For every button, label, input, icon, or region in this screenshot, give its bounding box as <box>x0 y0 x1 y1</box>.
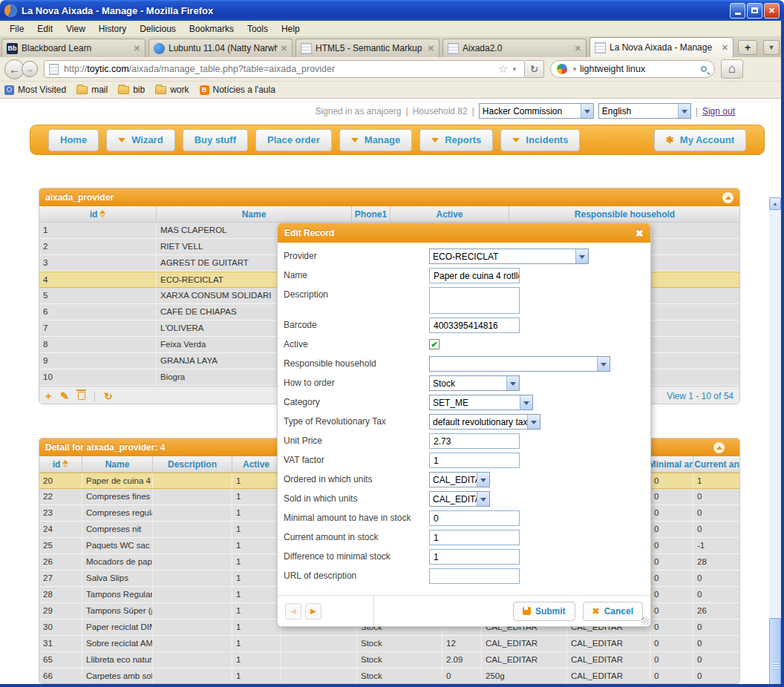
responsible-household-select[interactable] <box>429 356 610 372</box>
reload-button[interactable]: ↻ <box>525 60 544 78</box>
my-account-button[interactable]: ✱My Account <box>654 129 746 151</box>
new-tab-button[interactable]: + <box>738 40 757 55</box>
resize-handle-icon[interactable] <box>641 617 649 625</box>
sold-units-select[interactable]: CAL_EDITAR <box>429 491 490 507</box>
collapse-icon[interactable] <box>713 442 725 453</box>
menu-tools[interactable]: Tools <box>241 22 275 36</box>
search-box[interactable]: ▼ lightweight linux <box>550 60 715 78</box>
category-select[interactable]: SET_ME <box>429 395 533 410</box>
sort-icon[interactable] <box>62 457 68 471</box>
chevron-down-icon[interactable] <box>477 492 489 506</box>
how-to-order-select[interactable]: Stock <box>429 375 520 391</box>
collapse-icon[interactable] <box>722 192 734 203</box>
refresh-button[interactable]: ↻ <box>104 391 113 401</box>
previous-record-button[interactable]: ◀ <box>285 603 301 619</box>
close-icon[interactable]: ✖ <box>636 228 644 239</box>
column-header-description[interactable]: Description <box>153 456 232 472</box>
nav-button-reports[interactable]: Reports <box>419 129 493 151</box>
scrollbar-thumb[interactable] <box>769 618 781 684</box>
vat-factor-field[interactable]: 1 <box>429 453 520 468</box>
list-tabs-button[interactable]: ▼ <box>763 40 780 55</box>
chevron-down-icon[interactable] <box>506 376 519 390</box>
menu-view[interactable]: View <box>59 22 92 36</box>
menu-file[interactable]: File <box>3 22 30 36</box>
chevron-down-icon[interactable] <box>527 415 540 429</box>
column-header-active[interactable]: Active <box>232 456 281 472</box>
page-scrollbar[interactable]: ▲ ▼ <box>769 197 781 684</box>
column-header-id[interactable]: id <box>39 456 82 472</box>
table-row[interactable]: 31Sobre reciclat AME1Stock12CAL_EDITARCA… <box>39 636 739 652</box>
edit-record-button[interactable]: ✎ <box>60 391 69 401</box>
bookmark-mail[interactable]: mail <box>76 85 108 95</box>
search-input[interactable]: lightweight linux <box>580 64 701 74</box>
ordered-units-select[interactable]: CAL_EDITAR <box>429 472 490 487</box>
chevron-down-icon[interactable] <box>581 104 593 118</box>
close-tab-icon[interactable]: ✕ <box>278 44 287 53</box>
menu-history[interactable]: History <box>92 22 133 36</box>
menu-edit[interactable]: Edit <box>30 22 59 36</box>
minimize-button[interactable] <box>730 3 745 19</box>
menu-delicious[interactable]: Delicious <box>133 22 183 36</box>
provider-select[interactable]: ECO-RECICLAT <box>429 249 589 264</box>
nav-button-manage[interactable]: Manage <box>339 129 412 151</box>
sort-icon[interactable] <box>99 207 105 221</box>
description-field[interactable] <box>429 287 520 314</box>
close-tab-icon[interactable]: ✕ <box>572 44 581 53</box>
next-record-button[interactable]: ▶ <box>305 603 321 619</box>
close-tab-icon[interactable]: ✕ <box>425 44 434 53</box>
forward-button[interactable]: → <box>22 61 38 77</box>
bookmark-star-icon[interactable]: ☆ <box>497 62 509 76</box>
table-row[interactable]: 65Llibreta eco natur1Stock2.09CAL_EDITAR… <box>39 652 739 668</box>
nav-button-buy-stuff[interactable]: Buy stuff <box>183 129 248 151</box>
column-header-responsible-household[interactable]: Responsible household <box>509 206 740 222</box>
scroll-up-icon[interactable]: ▲ <box>769 197 781 210</box>
cancel-button[interactable]: ✖ Cancel <box>583 602 643 621</box>
chevron-down-icon[interactable] <box>575 249 588 263</box>
revolutionary-tax-select[interactable]: default revolutionary tax <box>429 414 540 430</box>
nav-button-wizard[interactable]: Wizard <box>106 129 175 151</box>
sign-out-link[interactable]: Sign out <box>702 106 735 116</box>
submit-button[interactable]: Submit <box>513 602 575 621</box>
column-header-name[interactable]: Name <box>157 206 352 222</box>
menu-bookmarks[interactable]: Bookmarks <box>183 22 241 36</box>
active-checkbox[interactable]: ✔ <box>429 339 440 349</box>
maximize-button[interactable] <box>747 3 762 19</box>
chevron-down-icon[interactable] <box>477 473 489 487</box>
home-button[interactable]: ⌂ <box>721 59 743 79</box>
tab-la-nova-aixada-manage[interactable]: La Nova Aixada - Manage✕ <box>589 37 734 57</box>
table-row[interactable]: 66Carpetes amb sola1Stock0250gCAL_EDITAR… <box>39 668 739 684</box>
delete-record-button[interactable] <box>78 392 85 400</box>
search-engine-dropdown-icon[interactable]: ▼ <box>569 66 580 73</box>
search-icon[interactable] <box>701 66 707 72</box>
column-header-id[interactable]: id <box>39 206 157 222</box>
column-header-name[interactable]: Name <box>82 456 153 472</box>
tab-lubuntu-11-04-natty-narwhal-[interactable]: Lubuntu 11.04 (Natty Narwhal)✕ <box>148 39 293 57</box>
nav-button-incidents[interactable]: Incidents <box>500 129 580 151</box>
name-field[interactable]: Paper de cuina 4 rotllo <box>429 268 520 283</box>
bookmark-not-cies-a-l-aula[interactable]: BNotícies a l'aula <box>200 85 275 95</box>
tab-blackboard-learn[interactable]: BbBlackboard Learn✕ <box>1 39 146 57</box>
modal-header[interactable]: Edit Record ✖ <box>278 223 650 243</box>
star-dropdown-icon[interactable]: ▼ <box>509 66 520 73</box>
nav-button-home[interactable]: Home <box>48 129 99 151</box>
column-header-current-an[interactable]: Current an <box>693 456 740 472</box>
current-stock-field[interactable]: 1 <box>429 530 520 545</box>
nav-button-place-order[interactable]: Place order <box>255 129 332 151</box>
column-header-phone1[interactable]: Phone1 <box>352 206 391 222</box>
close-tab-icon[interactable]: ✕ <box>131 44 140 53</box>
diff-minimal-stock-field[interactable]: 1 <box>429 549 520 565</box>
tab-html5-semantic-markup-do-[interactable]: HTML5 - Semantic Markup - Do...✕ <box>295 39 440 57</box>
column-header-active[interactable]: Active <box>391 206 509 222</box>
close-button[interactable]: ✕ <box>764 3 780 19</box>
commission-select[interactable]: Hacker Commission <box>479 103 594 119</box>
bookmark-work[interactable]: work <box>155 85 189 95</box>
menu-help[interactable]: Help <box>275 22 307 36</box>
unit-price-field[interactable]: 2.73 <box>429 433 520 449</box>
barcode-field[interactable]: 4003395414816 <box>429 318 520 333</box>
bookmark-bib[interactable]: bib <box>118 85 145 95</box>
tab-aixada2-0[interactable]: Aixada2.0✕ <box>442 39 587 57</box>
language-select[interactable]: English <box>598 103 691 119</box>
chevron-down-icon[interactable] <box>597 357 610 371</box>
bookmark-most-visited[interactable]: Most Visited <box>4 85 66 95</box>
column-header-minimal-an[interactable]: Minimal an <box>650 456 693 472</box>
